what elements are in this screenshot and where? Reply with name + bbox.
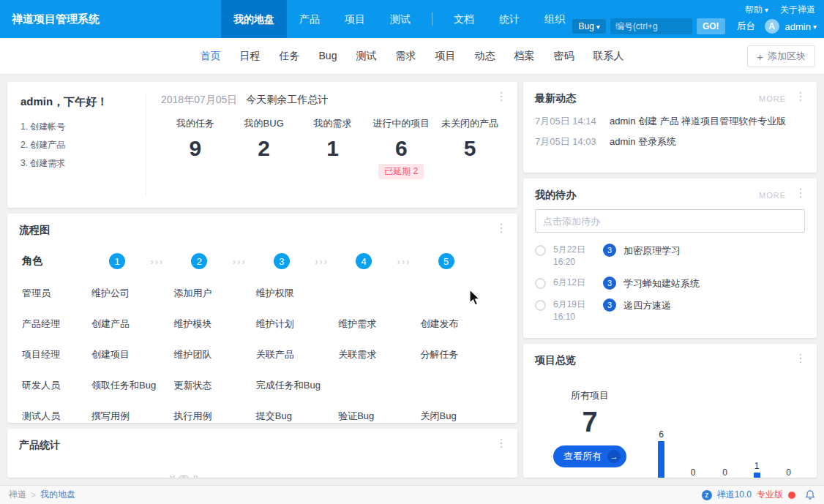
notification-bell-icon[interactable] [805, 489, 815, 500]
step-circle: 1 [109, 253, 125, 269]
tab-calendar[interactable]: 日程 [240, 50, 261, 63]
bar-col: 0已挂起 [713, 467, 737, 478]
left-column: ⋮ admin，下午好！ 1. 创建帐号 2. 创建产品 3. 创建需求 201… [7, 82, 517, 478]
flow-cell: 关联需求 [338, 348, 420, 361]
tab-story[interactable]: 需求 [395, 50, 416, 63]
flow-cell: 撰写用例 [91, 410, 173, 423]
tab-bug[interactable]: Bug [319, 50, 337, 63]
kebab-menu-icon[interactable]: ⋮ [495, 437, 507, 449]
flow-cell: 维护公司 [91, 287, 173, 300]
flow-cell: 完成任务和Bug [256, 379, 338, 392]
search-type-select[interactable]: Bug ▾ [572, 19, 605, 34]
kebab-menu-icon[interactable]: ⋮ [795, 353, 806, 364]
latest-dynamics-card: ⋮ 最新动态 MORE 7月05日 14:14 admin 创建 产品 禅道项目… [523, 82, 817, 173]
todo-text[interactable]: 递四方速递 [623, 299, 671, 312]
bar [658, 441, 664, 478]
todo-checkbox[interactable] [535, 245, 546, 256]
nav-doc[interactable]: 文档 [441, 0, 487, 38]
flow-arrow-icon: ››› [233, 256, 247, 267]
flow-arrow-icon: ››› [315, 256, 329, 267]
flow-cell: 维护模块 [173, 317, 255, 331]
add-todo-input[interactable] [535, 209, 805, 233]
flow-role: 产品经理 [22, 317, 91, 331]
tab-dynamic[interactable]: 动态 [474, 50, 495, 63]
flow-role: 测试人员 [22, 410, 91, 423]
todo-text[interactable]: 学习蝉知建站系统 [623, 277, 700, 290]
breadcrumb-current[interactable]: 我的地盘 [40, 489, 75, 501]
tab-password[interactable]: 密码 [553, 50, 574, 63]
tab-profile[interactable]: 档案 [514, 50, 534, 63]
nav-test[interactable]: 测试 [378, 0, 423, 38]
nav-my-dashboard[interactable]: 我的地盘 [221, 0, 287, 38]
kebab-menu-icon[interactable]: ⋮ [795, 91, 806, 102]
user-avatar[interactable]: A [765, 19, 779, 34]
step-circle: 2 [191, 253, 207, 269]
tab-home[interactable]: 首页 [201, 50, 221, 63]
arrow-right-icon: → [607, 450, 621, 463]
flow-arrow-icon: ››› [150, 256, 164, 267]
flow-cell: 创建产品 [91, 317, 173, 331]
guide-link-account[interactable]: 1. 创建帐号 [20, 118, 146, 136]
chart-axis-label: 总需求 [167, 474, 200, 478]
flow-cell: 维护权限 [256, 287, 338, 300]
tab-contacts[interactable]: 联系人 [593, 50, 623, 63]
sub-nav: 首页 日程 任务 Bug 测试 需求 项目 动态 档案 密码 联系人 + 添加区… [0, 38, 824, 75]
tab-test[interactable]: 测试 [356, 50, 376, 63]
dynamic-item: 7月05日 14:14 admin 创建 产品 禅道项目管理软件专业版 [523, 111, 817, 132]
flow-cell: 创建项目 [91, 348, 173, 361]
stat-my-bugs[interactable]: 我的BUG 2 [230, 117, 299, 179]
todo-checkbox[interactable] [535, 300, 546, 311]
welcome-summary: 2018年07月05日 今天剩余工作总计 我的任务 9 我的BUG 2 [146, 94, 504, 196]
search-go-button[interactable]: GO! [697, 18, 725, 34]
guide-link-story[interactable]: 3. 创建需求 [20, 154, 146, 173]
kebab-menu-icon[interactable]: ⋮ [495, 91, 507, 102]
kebab-menu-icon[interactable]: ⋮ [795, 187, 806, 199]
global-search-input[interactable] [610, 18, 692, 34]
todo-more-link[interactable]: MORE [759, 191, 786, 200]
user-menu[interactable]: admin ▾ [785, 21, 817, 32]
delayed-badge[interactable]: 已延期 2 [378, 164, 424, 179]
nav-product[interactable]: 产品 [287, 0, 332, 38]
todo-checkbox[interactable] [535, 278, 546, 289]
todo-text[interactable]: 加密原理学习 [623, 244, 681, 257]
todo-datetime: 5月22日 16:20 [553, 244, 594, 268]
stat-my-stories[interactable]: 我的需求 1 [299, 117, 367, 179]
bar-col: 1已完成 [745, 461, 769, 478]
add-block-button[interactable]: + 添加区块 [747, 45, 815, 67]
stat-my-tasks[interactable]: 我的任务 9 [161, 117, 230, 179]
todo-time: 16:10 [553, 312, 575, 322]
product-stats-title: 产品统计 [19, 439, 60, 452]
backend-link[interactable]: 后台 [737, 20, 756, 33]
nav-stats[interactable]: 统计 [487, 0, 532, 38]
stat-active-projects[interactable]: 进行中的项目 6 已延期 2 [367, 117, 435, 179]
tab-task[interactable]: 任务 [280, 50, 300, 63]
tab-project[interactable]: 项目 [435, 50, 455, 63]
global-search-bar: Bug ▾ GO! 后台 A admin ▾ [572, 18, 817, 34]
chart-legend[interactable]: 禅道项目管理软件专业版 [338, 477, 451, 478]
edition-link[interactable]: 专业版 [757, 489, 783, 501]
about-link[interactable]: 关于禅道 [780, 4, 815, 16]
caret-down-icon: ▾ [596, 23, 600, 31]
breadcrumb-root[interactable]: 禅道 [9, 489, 26, 501]
todo-datetime: 6月12日 [553, 277, 594, 289]
kebab-menu-icon[interactable]: ⋮ [495, 222, 507, 234]
flow-cell: 维护计划 [256, 317, 338, 331]
nav-project[interactable]: 项目 [332, 0, 378, 38]
version-link[interactable]: 禅道10.0 [717, 489, 752, 501]
todo-date: 6月12日 [553, 277, 585, 287]
flow-role: 管理员 [22, 287, 91, 300]
view-all-button[interactable]: 查看所有 → [553, 445, 626, 467]
dynamic-text[interactable]: admin 登录系统 [610, 135, 676, 148]
dynamic-time: 7月05日 14:03 [535, 135, 610, 148]
guide-link-product[interactable]: 2. 创建产品 [20, 136, 146, 154]
flow-cell: 分解任务 [421, 348, 503, 361]
stat-open-products[interactable]: 未关闭的产品 5 [435, 117, 504, 179]
flow-row-qa: 测试人员 撰写用例 执行用例 提交Bug 验证Bug 关闭Bug [7, 410, 517, 423]
flow-cell [338, 379, 420, 392]
dynamic-text[interactable]: admin 创建 产品 禅道项目管理软件专业版 [610, 115, 786, 128]
step-circle: 5 [438, 253, 454, 269]
dynamics-more-link[interactable]: MORE [759, 94, 786, 103]
nav-org[interactable]: 组织 [532, 0, 577, 38]
app-title[interactable]: 禅道项目管理系统 [0, 0, 111, 38]
help-menu[interactable]: 帮助▾ [745, 4, 768, 16]
